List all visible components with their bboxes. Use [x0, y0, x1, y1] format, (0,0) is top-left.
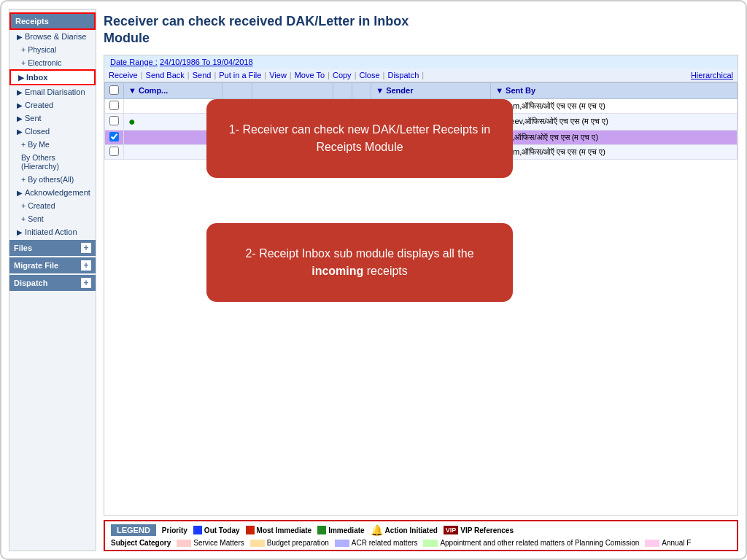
toolbar-moveto[interactable]: Move To — [295, 71, 325, 79]
toolbar-close[interactable]: Close — [359, 71, 379, 79]
ack-arrow-icon: ▶ — [17, 189, 23, 197]
ack-sent-dot-icon: + — [21, 214, 26, 223]
sidebar-item-electronic[interactable]: + Electronic — [9, 56, 96, 69]
date-range-value: 24/10/1986 To 19/04/2018 — [160, 58, 253, 66]
toolbar-view[interactable]: View — [269, 71, 287, 79]
legend-action-initiated: 🔔 Action Initiated — [371, 524, 438, 536]
col-check[interactable] — [105, 82, 124, 98]
priority-label: Priority — [162, 526, 187, 534]
toolbar-sendback[interactable]: Send Back — [146, 71, 185, 79]
inbox-arrow-icon: ▶ — [18, 74, 24, 82]
most-immediate-color — [246, 526, 255, 534]
sidebar-item-browse[interactable]: ▶ Browse & Diarise — [9, 30, 96, 43]
sidebar-ack-sent-label: Sent — [28, 214, 44, 223]
toolbar: Receive | Send Back | Send | Put in a Fi… — [104, 69, 738, 82]
action-initiated-label: Action Initiated — [385, 526, 438, 534]
inbox-panel: Date Range : 24/10/1986 To 19/04/2018 Re… — [104, 55, 738, 516]
immediate-label: Immediate — [328, 526, 364, 534]
sidebar-item-byothers[interactable]: By Others (Hierarchy) — [9, 151, 96, 173]
sidebar-ack-created-label: Created — [28, 201, 55, 210]
byothers-label: By Others (Hierarchy) — [21, 153, 91, 171]
tooltip-box-1: 1- Receiver can check new DAK/Letter Rec… — [206, 99, 513, 178]
sidebar-sent-label: Sent — [25, 114, 42, 122]
content-area: Receiver can check received DAK/Letter i… — [104, 9, 738, 551]
legend-bar: LEGEND Priority Out Today Most Immediate… — [104, 520, 738, 551]
sidebar: ▶ Receipts ▶ Browse & Diarise + Physical… — [9, 9, 96, 551]
tooltip-box-2: 2- Receipt Inbox sub module displays all… — [206, 223, 513, 302]
toolbar-dispatch[interactable]: Dispatch — [387, 71, 419, 79]
sidebar-item-inbox[interactable]: ▶ Inbox — [9, 69, 96, 85]
col-type[interactable] — [222, 82, 252, 98]
subject-category-label: Subject Category — [111, 539, 171, 547]
legend-immediate: Immediate — [317, 526, 364, 534]
sidebar-item-closed[interactable]: ▶ Closed — [9, 125, 96, 138]
col-sender[interactable]: ▼ Sender — [371, 82, 491, 98]
byothers-dot-icon: + — [21, 175, 26, 184]
sidebar-dispatch-label: Dispatch — [14, 279, 47, 287]
sidebar-item-sent[interactable]: ▶ Sent — [9, 112, 96, 125]
dispatch-plus-icon: + — [81, 278, 91, 288]
sent-arrow-icon: ▶ — [17, 114, 23, 122]
sidebar-initiated-label: Initiated Action — [25, 228, 77, 236]
action-icon: 🔔 — [371, 524, 383, 536]
initiated-arrow-icon: ▶ — [17, 228, 23, 236]
toolbar-receive[interactable]: Receive — [109, 71, 138, 79]
sidebar-item-created[interactable]: ▶ Created — [9, 98, 96, 112]
closed-arrow-icon: ▶ — [17, 128, 23, 136]
physical-dot-icon: + — [21, 45, 26, 54]
col-comp[interactable]: ▼ Comp... — [124, 82, 222, 98]
sidebar-item-acknowledgement[interactable]: ▶ Acknowledgement — [9, 186, 96, 199]
sidebar-dispatch-section[interactable]: Dispatch + — [9, 275, 96, 291]
appointment-label: Appointment and other related matters of… — [440, 539, 639, 547]
toolbar-copy[interactable]: Copy — [333, 71, 352, 79]
sidebar-byothersall-label: By others(All) — [28, 175, 74, 184]
tooltip2-text-post: receipts — [367, 265, 408, 277]
vip-references-label: VIP References — [460, 526, 514, 534]
sidebar-email-label: Email Diarisation — [25, 88, 85, 96]
out-today-label: Out Today — [204, 526, 240, 534]
row-sentby: bipin,ऑफिस/ओऍ एच एस (म एच ए) — [491, 130, 738, 144]
sidebar-item-email[interactable]: ▶ Email Diarisation — [9, 85, 96, 98]
legend-budget-prep: Budget preparation — [250, 539, 329, 547]
out-today-color — [193, 526, 202, 534]
row-checkbox[interactable] — [109, 101, 119, 110]
budget-prep-color — [250, 540, 265, 547]
electronic-dot-icon: + — [21, 58, 26, 67]
toolbar-send[interactable]: Send — [193, 71, 212, 79]
sidebar-files-section[interactable]: Files + — [9, 240, 96, 256]
date-range-bar: Date Range : 24/10/1986 To 19/04/2018 — [104, 55, 738, 69]
row-checkbox[interactable] — [109, 132, 119, 141]
row-checkbox[interactable] — [109, 147, 119, 156]
page-title: Receiver can check received DAK/Letter i… — [104, 9, 738, 50]
files-plus-icon: + — [81, 243, 91, 253]
toolbar-putinfile[interactable]: Put in a File — [219, 71, 261, 79]
most-immediate-label: Most Immediate — [257, 526, 312, 534]
sidebar-item-byme[interactable]: + By Me — [9, 138, 96, 151]
sidebar-browse-label: Browse & Diarise — [25, 32, 86, 41]
date-range-label: Date Range : — [110, 58, 158, 66]
annual-label: Annual F — [662, 539, 691, 547]
sidebar-migrate-section[interactable]: Migrate File + — [9, 257, 96, 273]
sidebar-item-initiated[interactable]: ▶ Initiated Action — [9, 225, 96, 238]
sidebar-item-byothersall[interactable]: + By others(All) — [9, 173, 96, 186]
sidebar-created-label: Created — [25, 101, 53, 109]
tooltip2-text-bold: incoming — [311, 265, 363, 277]
col-num[interactable] — [252, 82, 333, 98]
sidebar-receipts-section[interactable]: ▶ Receipts — [9, 12, 96, 30]
row-sentby: bikram,ऑफिस/ओऍ एच एस (म एच ए) — [491, 98, 738, 113]
sidebar-byme-label: By Me — [28, 140, 50, 149]
legend-priority: Priority — [162, 526, 187, 534]
col-sentby[interactable]: ▼ Sent By — [491, 82, 738, 98]
row-checkbox[interactable] — [109, 116, 119, 125]
email-arrow-icon: ▶ — [17, 88, 23, 96]
sidebar-item-physical[interactable]: + Physical — [9, 43, 96, 56]
toolbar-hierarchical[interactable]: Hierarchical — [691, 71, 733, 79]
appointment-color — [423, 540, 438, 547]
sidebar-acknowledgement-label: Acknowledgement — [25, 188, 90, 197]
sidebar-item-ack-created[interactable]: + Created — [9, 199, 96, 212]
select-all-checkbox[interactable] — [109, 85, 119, 95]
legend-most-immediate: Most Immediate — [246, 526, 312, 534]
sidebar-inbox-label: Inbox — [26, 73, 47, 82]
col-empty2 — [352, 82, 371, 98]
sidebar-item-ack-sent[interactable]: + Sent — [9, 212, 96, 225]
